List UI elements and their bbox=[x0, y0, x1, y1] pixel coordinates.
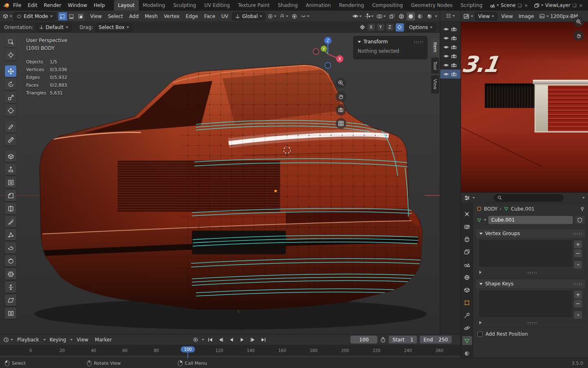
xray-button[interactable] bbox=[388, 12, 396, 20]
tl-menu-playback[interactable]: Playback bbox=[15, 337, 42, 343]
vp-menu-vertex[interactable]: Vertex bbox=[161, 13, 182, 19]
image-datablock-icon[interactable] bbox=[539, 13, 545, 19]
workspace-tab-scripting[interactable]: Scripting bbox=[457, 0, 486, 11]
camera-icon[interactable] bbox=[451, 45, 457, 49]
tool-measure[interactable] bbox=[5, 134, 16, 146]
chevron-down-icon[interactable] bbox=[202, 339, 204, 341]
falloff-button[interactable] bbox=[300, 12, 310, 20]
visibility-button[interactable] bbox=[352, 12, 363, 20]
tab-scene[interactable] bbox=[462, 260, 472, 269]
vertex-groups-list[interactable] bbox=[479, 240, 572, 267]
menu-window[interactable]: Window bbox=[65, 0, 90, 11]
camera-icon[interactable] bbox=[451, 54, 457, 58]
image-mode-dropdown[interactable]: View bbox=[475, 12, 497, 20]
eye-icon[interactable] bbox=[443, 54, 449, 58]
tl-menu-view[interactable]: View bbox=[74, 337, 91, 343]
pivot-point-button[interactable] bbox=[267, 12, 277, 20]
ie-menu-view[interactable]: View bbox=[499, 13, 514, 19]
mirror-icon[interactable] bbox=[359, 24, 365, 30]
tl-menu-marker[interactable]: Marker bbox=[92, 337, 114, 343]
chevron-down-icon[interactable] bbox=[582, 197, 585, 199]
outliner-icon[interactable] bbox=[446, 13, 451, 18]
camera-icon[interactable] bbox=[451, 72, 457, 76]
end-frame-field[interactable]: End250 bbox=[420, 336, 452, 343]
options-dropdown[interactable]: Options bbox=[406, 23, 436, 31]
add-rest-position-checkbox[interactable] bbox=[477, 332, 483, 337]
tab-render[interactable] bbox=[462, 222, 472, 231]
tab-view-layer[interactable] bbox=[462, 248, 472, 257]
vp-menu-uv[interactable]: UV bbox=[219, 13, 231, 19]
menu-render[interactable]: Render bbox=[40, 0, 65, 11]
tool-scale[interactable] bbox=[5, 92, 16, 103]
shape-key-specials-button[interactable] bbox=[574, 311, 582, 319]
vertex-select-icon[interactable] bbox=[58, 12, 67, 20]
pan-button[interactable] bbox=[336, 91, 346, 102]
vp-menu-add[interactable]: Add bbox=[127, 13, 141, 19]
mirror-z-button[interactable]: Z bbox=[386, 24, 394, 31]
chevron-down-icon[interactable] bbox=[10, 16, 12, 17]
current-frame-field[interactable]: 100 bbox=[350, 336, 377, 343]
play-button[interactable] bbox=[238, 336, 247, 344]
chevron-down-icon[interactable] bbox=[472, 197, 475, 199]
expand-icon[interactable] bbox=[479, 321, 481, 324]
tab-modifiers[interactable] bbox=[462, 311, 472, 320]
properties-search-input[interactable] bbox=[494, 194, 564, 202]
sidebar-tab-view[interactable]: View bbox=[431, 75, 439, 93]
transform-panel-title[interactable]: Transform bbox=[363, 39, 388, 45]
shape-keys-list[interactable] bbox=[479, 291, 572, 317]
vp-menu-face[interactable]: Face bbox=[202, 13, 218, 19]
tab-output[interactable] bbox=[462, 235, 472, 244]
shading-material-button[interactable] bbox=[416, 12, 424, 20]
chevron-down-icon[interactable] bbox=[546, 16, 549, 17]
add-vertex-group-button[interactable]: + bbox=[574, 240, 582, 248]
tool-extrude[interactable] bbox=[5, 164, 16, 175]
vp-menu-edge[interactable]: Edge bbox=[183, 13, 200, 19]
outliner-row-selected[interactable] bbox=[440, 70, 461, 79]
vp-menu-mesh[interactable]: Mesh bbox=[143, 13, 160, 19]
tool-smooth[interactable] bbox=[5, 255, 16, 267]
scene-selector[interactable]: Scene ❏ × bbox=[490, 2, 528, 8]
tool-knife[interactable] bbox=[5, 216, 16, 227]
new-scene-icon[interactable]: ❏ bbox=[517, 3, 522, 8]
next-keyframe-button[interactable] bbox=[248, 336, 257, 344]
snap-button[interactable] bbox=[278, 12, 289, 20]
add-shape-key-button[interactable]: + bbox=[574, 291, 582, 298]
vp-menu-view[interactable]: View bbox=[88, 13, 104, 19]
face-select-icon[interactable] bbox=[76, 12, 85, 20]
breadcrumb-data[interactable]: Cube.001 bbox=[511, 206, 535, 212]
camera-icon[interactable] bbox=[451, 63, 457, 67]
ie-menu-image[interactable]: Image bbox=[517, 13, 536, 19]
tab-object[interactable] bbox=[462, 298, 472, 307]
eye-icon[interactable] bbox=[443, 27, 449, 31]
sidebar-tab-item[interactable]: Item bbox=[431, 38, 439, 56]
play-reverse-button[interactable] bbox=[227, 336, 236, 344]
expand-icon[interactable] bbox=[479, 271, 481, 274]
sidebar-tab-tool[interactable]: Tool bbox=[431, 58, 439, 74]
tool-tweak[interactable] bbox=[5, 36, 16, 47]
chevron-down-icon[interactable] bbox=[484, 219, 486, 221]
panel-grip[interactable] bbox=[572, 283, 582, 285]
chevron-down-icon[interactable] bbox=[471, 16, 473, 17]
panel-grip[interactable] bbox=[527, 271, 537, 274]
panel-grip[interactable] bbox=[572, 232, 582, 235]
viewport-canvas[interactable]: User Perspective (100) BODY Objects1/5 V… bbox=[0, 33, 440, 334]
image-pan-button[interactable] bbox=[573, 30, 584, 41]
workspace-tab-compositing[interactable]: Compositing bbox=[368, 0, 407, 11]
eye-icon[interactable] bbox=[443, 72, 449, 76]
eye-icon[interactable] bbox=[443, 36, 449, 40]
fake-user-button[interactable] bbox=[575, 216, 585, 224]
chevron-down-icon[interactable] bbox=[11, 339, 13, 341]
collapse-icon[interactable] bbox=[358, 41, 361, 43]
tool-shear[interactable] bbox=[5, 294, 16, 306]
workspace-tab-uv-editing[interactable]: UV Editing bbox=[200, 0, 234, 11]
tool-bevel[interactable] bbox=[5, 190, 16, 201]
copy-viewlayer-icon[interactable]: ❏ bbox=[572, 3, 577, 8]
image-zoom-button[interactable] bbox=[573, 16, 584, 27]
snap-toggle-button[interactable] bbox=[396, 23, 404, 31]
scene-name[interactable]: Scene bbox=[501, 2, 516, 8]
zoom-button[interactable] bbox=[336, 78, 346, 88]
tab-collection[interactable] bbox=[462, 286, 472, 295]
properties-editor-icon[interactable] bbox=[464, 195, 470, 201]
remove-viewlayer-icon[interactable]: × bbox=[579, 3, 583, 8]
tool-annotate[interactable] bbox=[5, 121, 16, 132]
